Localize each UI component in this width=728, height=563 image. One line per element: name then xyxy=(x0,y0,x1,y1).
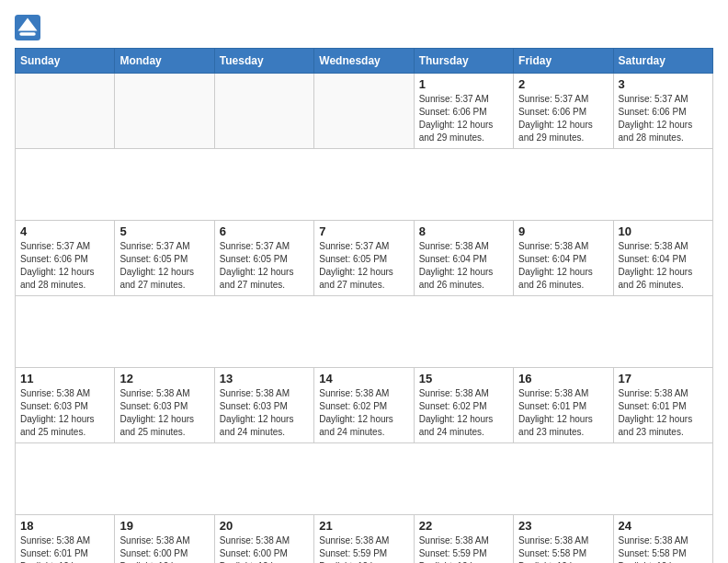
day-cell: 13Sunrise: 5:38 AM Sunset: 6:03 PM Dayli… xyxy=(214,368,313,443)
separator-row xyxy=(16,149,713,221)
day-info: Sunrise: 5:38 AM Sunset: 6:01 PM Dayligh… xyxy=(518,387,608,439)
day-number: 3 xyxy=(619,77,708,91)
day-number: 6 xyxy=(220,224,309,238)
header-row: SundayMondayTuesdayWednesdayThursdayFrid… xyxy=(16,49,713,74)
day-info: Sunrise: 5:38 AM Sunset: 6:03 PM Dayligh… xyxy=(220,387,309,439)
day-number: 18 xyxy=(20,519,109,533)
day-number: 19 xyxy=(119,519,209,533)
day-cell: 2Sunrise: 5:37 AM Sunset: 6:06 PM Daylig… xyxy=(514,74,613,149)
day-number: 9 xyxy=(518,224,608,238)
day-cell: 22Sunrise: 5:38 AM Sunset: 5:59 PM Dayli… xyxy=(414,515,513,564)
day-cell xyxy=(214,74,313,149)
day-info: Sunrise: 5:37 AM Sunset: 6:05 PM Dayligh… xyxy=(220,240,309,292)
calendar-table: SundayMondayTuesdayWednesdayThursdayFrid… xyxy=(15,48,713,563)
day-number: 20 xyxy=(220,519,309,533)
week-row-2: 4Sunrise: 5:37 AM Sunset: 6:06 PM Daylig… xyxy=(16,221,713,296)
day-number: 10 xyxy=(619,224,708,238)
day-cell: 1Sunrise: 5:37 AM Sunset: 6:06 PM Daylig… xyxy=(414,74,513,149)
svg-rect-2 xyxy=(19,32,36,36)
day-info: Sunrise: 5:37 AM Sunset: 6:05 PM Dayligh… xyxy=(319,240,408,292)
day-info: Sunrise: 5:38 AM Sunset: 6:03 PM Dayligh… xyxy=(20,387,109,439)
day-cell: 5Sunrise: 5:37 AM Sunset: 6:05 PM Daylig… xyxy=(115,221,214,296)
day-info: Sunrise: 5:37 AM Sunset: 6:06 PM Dayligh… xyxy=(20,240,109,292)
day-number: 15 xyxy=(419,372,508,385)
day-cell: 4Sunrise: 5:37 AM Sunset: 6:06 PM Daylig… xyxy=(16,221,115,296)
day-number: 8 xyxy=(419,224,508,238)
day-info: Sunrise: 5:38 AM Sunset: 6:04 PM Dayligh… xyxy=(419,240,508,292)
day-info: Sunrise: 5:38 AM Sunset: 6:02 PM Dayligh… xyxy=(319,387,408,439)
day-info: Sunrise: 5:38 AM Sunset: 5:59 PM Dayligh… xyxy=(319,534,408,563)
day-number: 7 xyxy=(319,224,408,238)
day-number: 14 xyxy=(319,372,408,385)
day-cell: 15Sunrise: 5:38 AM Sunset: 6:02 PM Dayli… xyxy=(414,368,513,443)
day-cell: 18Sunrise: 5:38 AM Sunset: 6:01 PM Dayli… xyxy=(16,515,115,564)
day-info: Sunrise: 5:38 AM Sunset: 6:04 PM Dayligh… xyxy=(518,240,608,292)
day-number: 2 xyxy=(518,77,608,91)
day-number: 17 xyxy=(619,372,708,385)
day-number: 4 xyxy=(20,224,109,238)
day-header-thursday: Thursday xyxy=(414,49,513,74)
day-info: Sunrise: 5:38 AM Sunset: 6:01 PM Dayligh… xyxy=(20,534,109,563)
day-number: 5 xyxy=(119,224,209,238)
day-cell: 17Sunrise: 5:38 AM Sunset: 6:01 PM Dayli… xyxy=(613,368,712,443)
separator-cell xyxy=(16,149,713,221)
day-cell xyxy=(115,74,214,149)
day-number: 21 xyxy=(319,519,408,533)
page-header xyxy=(15,15,713,40)
day-cell: 19Sunrise: 5:38 AM Sunset: 6:00 PM Dayli… xyxy=(115,515,214,564)
day-cell: 3Sunrise: 5:37 AM Sunset: 6:06 PM Daylig… xyxy=(613,74,712,149)
day-info: Sunrise: 5:38 AM Sunset: 6:03 PM Dayligh… xyxy=(119,387,209,439)
separator-cell xyxy=(16,296,713,368)
day-number: 23 xyxy=(518,519,608,533)
week-row-3: 11Sunrise: 5:38 AM Sunset: 6:03 PM Dayli… xyxy=(16,368,713,443)
day-header-sunday: Sunday xyxy=(16,49,115,74)
day-cell: 10Sunrise: 5:38 AM Sunset: 6:04 PM Dayli… xyxy=(613,221,712,296)
day-info: Sunrise: 5:38 AM Sunset: 6:02 PM Dayligh… xyxy=(419,387,508,439)
day-header-wednesday: Wednesday xyxy=(314,49,414,74)
day-number: 13 xyxy=(220,372,309,385)
logo-icon xyxy=(15,15,40,40)
day-cell: 20Sunrise: 5:38 AM Sunset: 6:00 PM Dayli… xyxy=(214,515,313,564)
day-cell: 6Sunrise: 5:37 AM Sunset: 6:05 PM Daylig… xyxy=(214,221,313,296)
separator-cell xyxy=(16,443,713,515)
day-cell: 24Sunrise: 5:38 AM Sunset: 5:58 PM Dayli… xyxy=(613,515,712,564)
day-header-tuesday: Tuesday xyxy=(214,49,313,74)
day-cell: 9Sunrise: 5:38 AM Sunset: 6:04 PM Daylig… xyxy=(514,221,613,296)
day-cell: 14Sunrise: 5:38 AM Sunset: 6:02 PM Dayli… xyxy=(314,368,414,443)
day-number: 12 xyxy=(119,372,209,385)
day-info: Sunrise: 5:38 AM Sunset: 6:01 PM Dayligh… xyxy=(619,387,708,439)
day-info: Sunrise: 5:37 AM Sunset: 6:06 PM Dayligh… xyxy=(419,93,508,144)
day-info: Sunrise: 5:38 AM Sunset: 6:04 PM Dayligh… xyxy=(619,240,708,292)
day-number: 22 xyxy=(419,519,508,533)
week-row-4: 18Sunrise: 5:38 AM Sunset: 6:01 PM Dayli… xyxy=(16,515,713,564)
logo xyxy=(15,15,44,40)
day-number: 24 xyxy=(619,519,708,533)
day-number: 1 xyxy=(419,77,508,91)
day-cell: 12Sunrise: 5:38 AM Sunset: 6:03 PM Dayli… xyxy=(115,368,214,443)
day-cell: 16Sunrise: 5:38 AM Sunset: 6:01 PM Dayli… xyxy=(514,368,613,443)
separator-row xyxy=(16,443,713,515)
day-cell xyxy=(16,74,115,149)
day-number: 16 xyxy=(518,372,608,385)
day-cell: 23Sunrise: 5:38 AM Sunset: 5:58 PM Dayli… xyxy=(514,515,613,564)
day-number: 11 xyxy=(20,372,109,385)
day-header-monday: Monday xyxy=(115,49,214,74)
day-info: Sunrise: 5:38 AM Sunset: 6:00 PM Dayligh… xyxy=(119,534,209,563)
week-row-1: 1Sunrise: 5:37 AM Sunset: 6:06 PM Daylig… xyxy=(16,74,713,149)
day-info: Sunrise: 5:38 AM Sunset: 5:58 PM Dayligh… xyxy=(518,534,608,563)
day-info: Sunrise: 5:37 AM Sunset: 6:05 PM Dayligh… xyxy=(119,240,209,292)
day-info: Sunrise: 5:38 AM Sunset: 5:58 PM Dayligh… xyxy=(619,534,708,563)
day-info: Sunrise: 5:37 AM Sunset: 6:06 PM Dayligh… xyxy=(619,93,708,144)
day-info: Sunrise: 5:38 AM Sunset: 6:00 PM Dayligh… xyxy=(220,534,309,563)
day-cell: 7Sunrise: 5:37 AM Sunset: 6:05 PM Daylig… xyxy=(314,221,414,296)
day-cell: 8Sunrise: 5:38 AM Sunset: 6:04 PM Daylig… xyxy=(414,221,513,296)
day-cell: 21Sunrise: 5:38 AM Sunset: 5:59 PM Dayli… xyxy=(314,515,414,564)
separator-row xyxy=(16,296,713,368)
day-header-saturday: Saturday xyxy=(613,49,712,74)
day-cell: 11Sunrise: 5:38 AM Sunset: 6:03 PM Dayli… xyxy=(16,368,115,443)
day-info: Sunrise: 5:38 AM Sunset: 5:59 PM Dayligh… xyxy=(419,534,508,563)
day-header-friday: Friday xyxy=(514,49,613,74)
day-cell xyxy=(314,74,414,149)
day-info: Sunrise: 5:37 AM Sunset: 6:06 PM Dayligh… xyxy=(518,93,608,144)
